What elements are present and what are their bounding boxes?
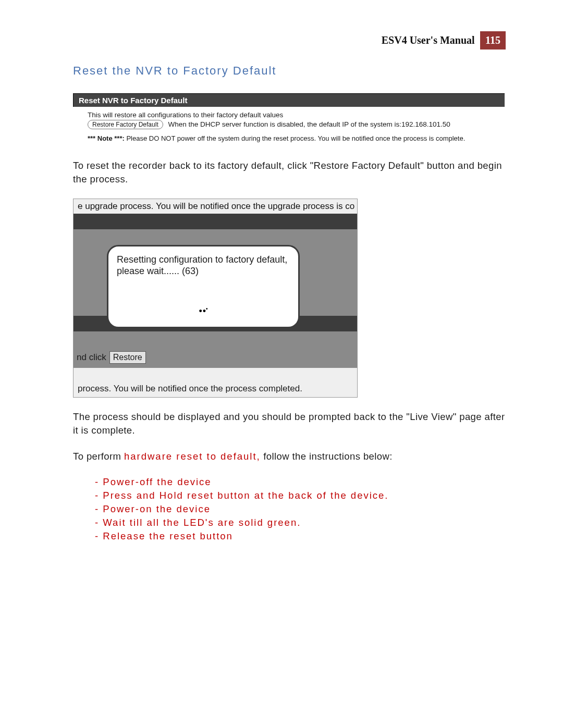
hardware-reset-phrase: hardware reset to default, bbox=[124, 451, 261, 462]
step-5: Release the reset button bbox=[95, 529, 506, 543]
shot2-top-text: e upgrade process. You will be notified … bbox=[74, 199, 357, 214]
shot2-click-row: nd click Restore bbox=[74, 347, 357, 368]
document-page: ESV4 User's Manual 115 Reset the NVR to … bbox=[0, 0, 563, 728]
reset-progress-screenshot: e upgrade process. You will be notified … bbox=[73, 199, 358, 398]
step-2: Press and Hold reset button at the back … bbox=[95, 489, 506, 502]
paragraph-reset-instructions: To reset the recorder back to its factor… bbox=[73, 159, 506, 186]
step-1: Power-off the device bbox=[95, 475, 506, 489]
step-4: Wait till all the LED's are solid green. bbox=[95, 516, 506, 529]
reset-progress-dialog: Resetting configuration to factory defau… bbox=[107, 245, 300, 328]
spinner-icon: • •• bbox=[199, 305, 207, 317]
panel-body: This will restore all configurations to … bbox=[73, 107, 505, 146]
manual-title: ESV4 User's Manual bbox=[382, 34, 475, 46]
factory-default-panel: Reset NVR to Factory Default This will r… bbox=[73, 93, 506, 146]
para3-post: follow the instructions below: bbox=[261, 451, 393, 462]
reset-progress-text: Resetting configuration to factory defau… bbox=[117, 254, 287, 277]
paragraph-hardware-reset-intro: To perform hardware reset to default, fo… bbox=[73, 450, 506, 463]
panel-dhcp-note: When the DHCP server function is disable… bbox=[168, 120, 450, 128]
restore-button[interactable]: Restore bbox=[109, 351, 146, 364]
shot2-mid-bar-2 bbox=[74, 331, 357, 347]
page-header: ESV4 User's Manual 115 bbox=[73, 31, 506, 50]
panel-description: This will restore all configurations to … bbox=[88, 111, 499, 119]
panel-warning-label: *** Note ***: bbox=[88, 134, 126, 142]
shot2-bottom-text: process. You will be notified once the p… bbox=[74, 380, 357, 397]
restore-factory-default-button[interactable]: Restore Factory Default bbox=[88, 120, 163, 129]
section-heading: Reset the NVR to Factory Default bbox=[73, 64, 506, 78]
para3-pre: To perform bbox=[73, 451, 124, 462]
page-number-badge: 115 bbox=[480, 31, 506, 50]
paragraph-process-complete: The process should be displayed and you … bbox=[73, 410, 506, 437]
shot2-dark-bar-1 bbox=[74, 214, 357, 229]
panel-warning: *** Note ***: Please DO NOT power off th… bbox=[88, 134, 499, 142]
step-3: Power-on the device bbox=[95, 502, 506, 516]
hardware-reset-steps: Power-off the device Press and Hold rese… bbox=[73, 475, 506, 542]
shot2-mid-bar-1 bbox=[74, 229, 357, 245]
shot2-click-prefix: nd click bbox=[77, 352, 106, 363]
panel-warning-text: Please DO NOT power off the system durin… bbox=[126, 134, 465, 142]
shot2-spacer bbox=[74, 368, 357, 380]
panel-title-bar: Reset NVR to Factory Default bbox=[73, 93, 505, 107]
